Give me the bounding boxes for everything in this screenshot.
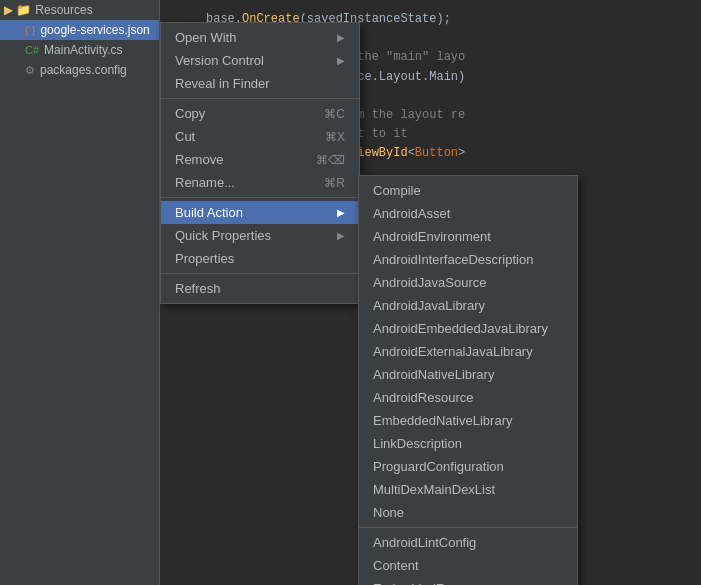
menu-refresh-label: Refresh [175, 281, 221, 296]
menu-ba-embeddednative[interactable]: EmbeddedNativeLibrary [359, 409, 577, 432]
sidebar-label-packages: packages.config [40, 63, 127, 77]
context-menu-1: Open With ▶ Version Control ▶ Reveal in … [160, 22, 360, 304]
menu-open-with-label: Open With [175, 30, 236, 45]
menu-cut[interactable]: Cut ⌘X [161, 125, 359, 148]
menu-ba-androidnative[interactable]: AndroidNativeLibrary [359, 363, 577, 386]
sidebar-label-google-services: google-services.json [40, 23, 149, 37]
menu-ba-content-label: Content [373, 558, 419, 573]
menu-ba-androidlint-label: AndroidLintConfig [373, 535, 476, 550]
menu-copy[interactable]: Copy ⌘C [161, 102, 359, 125]
menu-section-divider [359, 527, 577, 528]
menu-open-with[interactable]: Open With ▶ [161, 26, 359, 49]
menu-ba-androidinterface[interactable]: AndroidInterfaceDescription [359, 248, 577, 271]
menu-ba-androidasset-label: AndroidAsset [373, 206, 450, 221]
menu-ba-androidjavasource-label: AndroidJavaSource [373, 275, 486, 290]
menu-quick-properties[interactable]: Quick Properties ▶ [161, 224, 359, 247]
menu-ba-androidnative-label: AndroidNativeLibrary [373, 367, 494, 382]
sidebar-item-resources[interactable]: ▶ 📁 Resources [0, 0, 159, 20]
menu-ba-androidresource[interactable]: AndroidResource [359, 386, 577, 409]
menu-separator-3 [161, 273, 359, 274]
menu-ba-androidembedded[interactable]: AndroidEmbeddedJavaLibrary [359, 317, 577, 340]
menu-ba-none[interactable]: None [359, 501, 577, 524]
menu-ba-embeddedresource[interactable]: EmbeddedResource [359, 577, 577, 585]
menu-copy-label: Copy [175, 106, 205, 121]
cut-shortcut: ⌘X [325, 130, 345, 144]
menu-reveal-finder-label: Reveal in Finder [175, 76, 270, 91]
menu-separator-1 [161, 98, 359, 99]
menu-quick-properties-label: Quick Properties [175, 228, 271, 243]
menu-remove-label: Remove [175, 152, 223, 167]
menu-ba-embeddednative-label: EmbeddedNativeLibrary [373, 413, 512, 428]
menu-ba-androidenv[interactable]: AndroidEnvironment [359, 225, 577, 248]
menu-ba-androidinterface-label: AndroidInterfaceDescription [373, 252, 533, 267]
menu-rename[interactable]: Rename... ⌘R [161, 171, 359, 194]
menu-ba-linkdesc-label: LinkDescription [373, 436, 462, 451]
menu-ba-multidex[interactable]: MultiDexMainDexList [359, 478, 577, 501]
menu-ba-androidjavalib-label: AndroidJavaLibrary [373, 298, 485, 313]
sidebar-label-mainactivity: MainActivity.cs [44, 43, 122, 57]
menu-ba-androidexternal-label: AndroidExternalJavaLibrary [373, 344, 533, 359]
context-menu-build-action: Compile AndroidAsset AndroidEnvironment … [358, 175, 578, 585]
menu-ba-proguard-label: ProguardConfiguration [373, 459, 504, 474]
submenu-arrow-icon: ▶ [337, 55, 345, 66]
sidebar-label-resources: Resources [35, 3, 92, 17]
menu-build-action[interactable]: Build Action ▶ [161, 201, 359, 224]
remove-shortcut: ⌘⌫ [316, 153, 345, 167]
menu-ba-androidlint[interactable]: AndroidLintConfig [359, 531, 577, 554]
menu-ba-androidjavalib[interactable]: AndroidJavaLibrary [359, 294, 577, 317]
sidebar-item-packages[interactable]: ⚙ packages.config [0, 60, 159, 80]
menu-ba-androidresource-label: AndroidResource [373, 390, 473, 405]
sidebar: ▶ 📁 Resources { } google-services.json C… [0, 0, 160, 585]
menu-cut-label: Cut [175, 129, 195, 144]
menu-remove[interactable]: Remove ⌘⌫ [161, 148, 359, 171]
menu-build-action-label: Build Action [175, 205, 243, 220]
folder-icon: ▶ 📁 [4, 3, 31, 17]
menu-refresh[interactable]: Refresh [161, 277, 359, 300]
cfg-file-icon: ⚙ [25, 64, 35, 77]
submenu-arrow-icon: ▶ [337, 207, 345, 218]
menu-ba-embeddedresource-label: EmbeddedResource [373, 581, 492, 585]
menu-ba-none-label: None [373, 505, 404, 520]
menu-ba-androidenv-label: AndroidEnvironment [373, 229, 491, 244]
menu-rename-label: Rename... [175, 175, 235, 190]
menu-ba-androidexternal[interactable]: AndroidExternalJavaLibrary [359, 340, 577, 363]
menu-ba-androidjavasource[interactable]: AndroidJavaSource [359, 271, 577, 294]
submenu-arrow-icon: ▶ [337, 230, 345, 241]
menu-separator-2 [161, 197, 359, 198]
menu-ba-proguard[interactable]: ProguardConfiguration [359, 455, 577, 478]
submenu-arrow-icon: ▶ [337, 32, 345, 43]
menu-version-control[interactable]: Version Control ▶ [161, 49, 359, 72]
menu-ba-compile-label: Compile [373, 183, 421, 198]
sidebar-item-google-services[interactable]: { } google-services.json [0, 20, 159, 40]
cs-file-icon: C# [25, 44, 39, 56]
menu-ba-compile[interactable]: Compile [359, 179, 577, 202]
menu-reveal-finder[interactable]: Reveal in Finder [161, 72, 359, 95]
copy-shortcut: ⌘C [324, 107, 345, 121]
json-file-icon: { } [25, 24, 35, 36]
menu-properties-label: Properties [175, 251, 234, 266]
sidebar-item-mainactivity[interactable]: C# MainActivity.cs [0, 40, 159, 60]
menu-ba-androidembedded-label: AndroidEmbeddedJavaLibrary [373, 321, 548, 336]
menu-ba-androidasset[interactable]: AndroidAsset [359, 202, 577, 225]
menu-ba-linkdesc[interactable]: LinkDescription [359, 432, 577, 455]
menu-ba-content[interactable]: Content [359, 554, 577, 577]
menu-version-control-label: Version Control [175, 53, 264, 68]
menu-ba-multidex-label: MultiDexMainDexList [373, 482, 495, 497]
rename-shortcut: ⌘R [324, 176, 345, 190]
menu-properties[interactable]: Properties [161, 247, 359, 270]
